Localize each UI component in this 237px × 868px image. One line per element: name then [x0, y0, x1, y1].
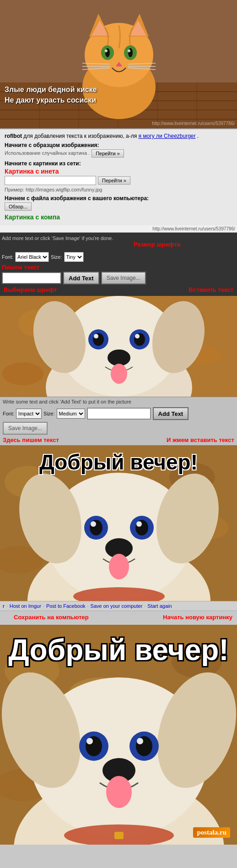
- file-label: Начнем с файла изображения с вашего комп…: [5, 195, 232, 202]
- go-button-2[interactable]: Перейти »: [98, 176, 130, 185]
- go-button-1[interactable]: Перейти »: [92, 149, 124, 158]
- annotation-write-top: Пишем текст: [2, 264, 235, 271]
- share-item-r: r: [3, 603, 5, 609]
- save-image-button-bottom[interactable]: Save Image...: [3, 422, 48, 435]
- svg-point-64: [136, 521, 142, 527]
- meme-text-input-bottom[interactable]: Добрый вечер!: [87, 408, 151, 420]
- svg-point-47: [111, 364, 127, 384]
- annotation-size: Размер шрифта: [134, 241, 180, 248]
- net-image-group: Начните с картинки из сети: Картинка с и…: [5, 160, 232, 192]
- net-url-input[interactable]: [5, 176, 96, 185]
- svg-point-66: [109, 554, 129, 579]
- save-image-button-top[interactable]: Save Image...: [101, 272, 146, 284]
- svg-point-44: [94, 334, 98, 338]
- svg-point-19: [105, 48, 110, 57]
- font-select-bottom[interactable]: Impact: [16, 409, 42, 419]
- cheezburger-link[interactable]: я могу ли Cheezburger: [139, 133, 196, 139]
- svg-point-84: [86, 738, 93, 744]
- editor-controls-top: Font: Ariel Black Size: Tiny: [2, 252, 235, 262]
- final-section: Сохранить на компьютер Начать новую карт…: [0, 611, 237, 845]
- share-bar: r · Host on Imgur · Post to Facebook · S…: [0, 601, 237, 611]
- post-facebook-link[interactable]: Post to Facebook: [46, 603, 86, 609]
- svg-point-45: [135, 334, 140, 338]
- example-note: Пример: http://images.wigflip.com/funny.…: [5, 187, 232, 192]
- save-computer-link[interactable]: Save on your computer: [91, 603, 143, 609]
- editor-hint: Add more text or click 'Save Image' if y…: [2, 235, 235, 241]
- editor-bottom-section: Write some text and click 'Add Text' to …: [0, 397, 237, 601]
- annotation-write-bottom: Здесь пишем текст: [3, 437, 59, 443]
- cat-caption: Злые люди бедной киске Не дают украсть с…: [5, 85, 97, 105]
- svg-rect-89: [114, 832, 124, 839]
- meme-text-input-top[interactable]: добрый вечер: [2, 272, 61, 284]
- meme-text-bottom: Добрый вечер!: [0, 445, 237, 479]
- annotation-font: Выбираем шрифт: [4, 286, 57, 293]
- add-text-button-top[interactable]: Add Text: [63, 272, 99, 284]
- start-again-link[interactable]: Start again: [147, 603, 172, 609]
- annotation-net: Картинка с инета: [5, 168, 232, 175]
- add-text-button-bottom[interactable]: Add Text: [153, 407, 189, 420]
- annotation-save: Сохранить на компьютер: [14, 614, 89, 621]
- svg-point-63: [91, 521, 96, 527]
- svg-point-35: [2, 362, 43, 385]
- roflbot-section: roflbot для добавления текста к изображе…: [0, 128, 237, 233]
- annotation-insert-bottom: И жмем вставить текст: [167, 437, 234, 443]
- dog-image-2: Добрый вечер!: [0, 445, 237, 601]
- svg-point-21: [105, 49, 108, 52]
- size-label-bottom: Size:: [43, 411, 54, 416]
- annotation-file: Картинка с компа: [5, 213, 232, 221]
- sample-label: Начните с образцом изображения:: [5, 142, 232, 148]
- cat-url: http://www.liveinternet.ru/users/5397786…: [152, 121, 235, 126]
- svg-point-85: [137, 738, 143, 744]
- editor-input-row-top: добрый вечер Add Text Save Image...: [2, 272, 235, 284]
- cat-section: Злые люди бедной киске Не дают украсть с…: [0, 0, 237, 128]
- editor2-controls: Font: Impact Size: Medium Добрый вечер! …: [0, 405, 237, 437]
- font-label-bottom: Font:: [3, 411, 14, 416]
- final-meme-text: Добрый вечер!: [0, 634, 237, 666]
- sample-image-group: Начните с образцом изображения: Использо…: [5, 142, 232, 158]
- annotation-new: Начать новую картинку: [163, 614, 232, 621]
- svg-point-87: [106, 776, 132, 808]
- postala-badge: postala.ru: [193, 827, 230, 838]
- annotation-insert-top: Вставить текст: [189, 286, 233, 293]
- svg-point-20: [128, 48, 133, 57]
- size-label-top: Size:: [51, 254, 62, 260]
- dog-image-1: [0, 296, 237, 397]
- url-bar: http://www.liveinternet.ru/users/5397786…: [0, 225, 237, 233]
- svg-point-22: [128, 49, 130, 52]
- svg-point-46: [108, 349, 130, 366]
- final-dog-image: Добрый вечер! postala.ru: [0, 625, 237, 845]
- random-note: Использование случайных картина .: [5, 150, 90, 156]
- font-label-top: Font:: [2, 254, 13, 260]
- browse-button[interactable]: Обзор...: [5, 202, 32, 211]
- net-label: Начните с картинки из сети:: [5, 160, 232, 167]
- editor2-hint: Write some text and click 'Add Text' to …: [0, 397, 237, 405]
- size-select-top[interactable]: Tiny: [64, 252, 84, 262]
- editor-top-section: Add more text or click 'Save Image' if y…: [0, 233, 237, 397]
- roflbot-title: roflbot для добавления текста к изображе…: [5, 133, 232, 139]
- file-image-group: Начнем с файла изображения с вашего комп…: [5, 195, 232, 211]
- font-select-top[interactable]: Ariel Black: [15, 252, 49, 262]
- size-select-bottom[interactable]: Medium: [57, 409, 85, 419]
- host-imgur-link[interactable]: Host on Imgur: [10, 603, 41, 609]
